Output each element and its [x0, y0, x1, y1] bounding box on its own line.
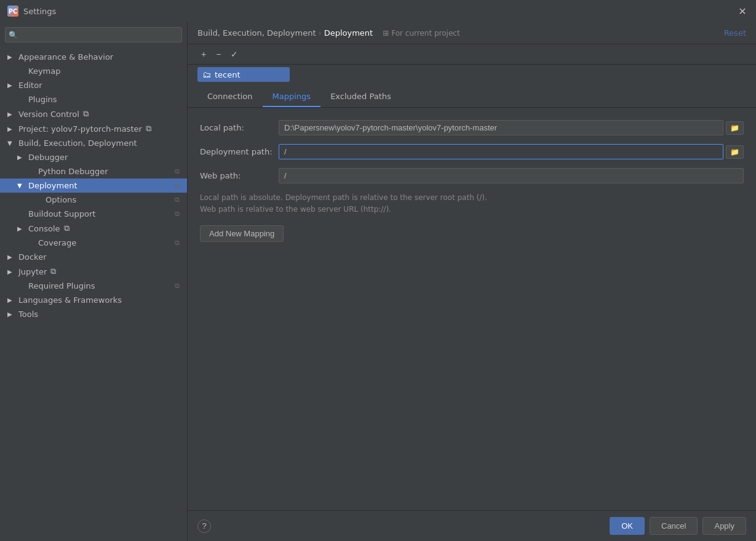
tab-label: Mappings [273, 92, 311, 101]
tab-mappings[interactable]: Mappings [263, 87, 321, 107]
tab-label: Excluded Paths [330, 92, 391, 101]
sidebar-item-jupyter[interactable]: ▶ Jupyter ⧉ [0, 264, 187, 279]
breadcrumb-separator: › [318, 28, 321, 38]
sidebar-item-coverage[interactable]: Coverage ⧉ [0, 236, 187, 250]
breadcrumb-parent: Build, Execution, Deployment [197, 28, 316, 38]
sidebar-item-label: Python Debugger [38, 167, 171, 176]
window-title: Settings [23, 7, 731, 16]
sidebar-item-plugins[interactable]: Plugins [0, 92, 187, 106]
sidebar-item-version-control[interactable]: ▶ Version Control ⧉ [0, 106, 187, 121]
hint-text: Local path is absolute. Deployment path … [200, 192, 744, 215]
copy-icon: ⧉ [175, 282, 180, 290]
sidebar-item-project[interactable]: ▶ Project: yolov7-pytorch-master ⧉ [0, 121, 187, 136]
sidebar-item-label: Project: yolov7-pytorch-master [18, 124, 142, 134]
tab-connection[interactable]: Connection [197, 87, 263, 107]
sidebar-item-label: Jupyter [18, 267, 47, 276]
chevron-right-icon: ▶ [7, 297, 15, 303]
remove-server-button[interactable]: − [212, 48, 225, 60]
bottom-actions: OK Cancel Apply [610, 517, 746, 535]
close-button[interactable]: ✕ [736, 6, 749, 17]
server-icon: 🗂 [202, 70, 211, 79]
sidebar-item-label: Keymap [28, 66, 180, 76]
sidebar-item-label: Appearance & Behavior [18, 52, 113, 62]
chevron-right-icon: ▶ [7, 54, 15, 60]
local-path-input[interactable] [279, 120, 723, 135]
chevron-right-icon: ▶ [7, 82, 15, 89]
tab-excluded-paths[interactable]: Excluded Paths [320, 87, 401, 107]
local-path-browse-button[interactable]: 📁 [726, 121, 744, 135]
sidebar-item-options[interactable]: Options ⧉ [0, 193, 187, 207]
cancel-button[interactable]: Cancel [650, 517, 698, 535]
app-icon: PC [7, 6, 18, 17]
chevron-right-icon: ▶ [7, 311, 15, 318]
breadcrumb-current: Deployment [324, 28, 373, 38]
deployment-path-browse-button[interactable]: 📁 [726, 145, 744, 159]
copy-icon: ⧉ [175, 196, 180, 204]
sidebar: 🔍 ▶ Appearance & Behavior Keymap ▶ Edito… [0, 22, 188, 541]
apply-server-button[interactable]: ✓ [227, 48, 242, 60]
bottom-bar: ? OK Cancel Apply [188, 510, 756, 541]
sidebar-item-debugger[interactable]: ▶ Debugger [0, 150, 187, 164]
local-path-row: Local path: 📁 [200, 120, 744, 135]
sidebar-item-label: Plugins [28, 95, 180, 104]
apply-button[interactable]: Apply [702, 517, 746, 535]
sidebar-item-label: Version Control [18, 110, 79, 119]
breadcrumb: Build, Execution, Deployment › Deploymen… [188, 22, 756, 44]
web-path-input[interactable] [279, 168, 744, 183]
sidebar-item-label: Console [28, 224, 60, 233]
sidebar-item-label: Buildout Support [28, 209, 171, 218]
sidebar-item-docker[interactable]: ▶ Docker [0, 250, 187, 264]
right-panel: Build, Execution, Deployment › Deploymen… [188, 22, 756, 541]
sidebar-item-label: Deployment [28, 181, 171, 190]
local-path-input-wrapper: 📁 [279, 120, 744, 135]
sidebar-item-label: Languages & Frameworks [18, 295, 122, 305]
web-path-label: Web path: [200, 171, 274, 180]
sidebar-item-editor[interactable]: ▶ Editor [0, 78, 187, 92]
project-scope-label: For current project [391, 29, 460, 38]
sidebar-nav: ▶ Appearance & Behavior Keymap ▶ Editor … [0, 47, 187, 541]
mappings-content: Local path: 📁 Deployment path: 📁 [188, 108, 756, 510]
add-server-button[interactable]: + [197, 48, 210, 60]
server-name: tecent [215, 70, 241, 79]
deployment-path-row: Deployment path: 📁 [200, 144, 744, 159]
deployment-path-input[interactable] [279, 144, 723, 159]
sidebar-item-label: Options [46, 195, 171, 204]
chevron-right-icon: ▶ [7, 111, 15, 118]
copy-icon: ⧉ [175, 182, 180, 190]
sidebar-item-label: Required Plugins [28, 281, 171, 291]
settings-window: PC Settings ✕ 🔍 ▶ Appearance & Behavior … [0, 0, 756, 541]
sidebar-item-buildout-support[interactable]: Buildout Support ⧉ [0, 207, 187, 221]
copy-icon: ⧉ [175, 167, 180, 175]
sidebar-item-tools[interactable]: ▶ Tools [0, 307, 187, 321]
sidebar-item-build-exec-deploy[interactable]: ▼ Build, Execution, Deployment [0, 136, 187, 150]
ok-button[interactable]: OK [610, 517, 645, 535]
sidebar-item-label: Debugger [28, 153, 180, 162]
sidebar-item-appearance[interactable]: ▶ Appearance & Behavior [0, 50, 187, 64]
reset-button[interactable]: Reset [724, 28, 746, 38]
title-bar: PC Settings ✕ [0, 0, 756, 22]
project-scope-indicator: ⊞ For current project [383, 29, 460, 38]
project-scope-icon: ⊞ [383, 29, 389, 38]
chevron-down-icon: ▼ [7, 140, 15, 146]
copy-icon: ⧉ [64, 223, 70, 233]
copy-icon: ⧉ [83, 109, 89, 119]
add-new-mapping-button[interactable]: Add New Mapping [200, 225, 284, 242]
sidebar-item-required-plugins[interactable]: Required Plugins ⧉ [0, 279, 187, 293]
chevron-right-icon: ▶ [7, 268, 15, 275]
chevron-right-icon: ▶ [17, 225, 25, 232]
server-item-tecent[interactable]: 🗂 tecent [197, 67, 290, 82]
search-input[interactable] [5, 27, 182, 42]
help-button[interactable]: ? [197, 519, 211, 533]
sidebar-item-deployment[interactable]: ▼ Deployment ⧉ [0, 178, 187, 193]
tab-label: Connection [207, 92, 253, 101]
sidebar-item-console[interactable]: ▶ Console ⧉ [0, 221, 187, 236]
sidebar-item-python-debugger[interactable]: Python Debugger ⧉ [0, 164, 187, 178]
sidebar-item-label: Editor [18, 81, 42, 90]
local-path-label: Local path: [200, 123, 274, 132]
server-list: 🗂 tecent [188, 65, 756, 84]
sidebar-item-label: Coverage [38, 238, 171, 247]
sidebar-item-label: Build, Execution, Deployment [18, 138, 137, 148]
sidebar-item-keymap[interactable]: Keymap [0, 64, 187, 78]
chevron-right-icon: ▶ [7, 126, 15, 132]
sidebar-item-languages-frameworks[interactable]: ▶ Languages & Frameworks [0, 293, 187, 307]
